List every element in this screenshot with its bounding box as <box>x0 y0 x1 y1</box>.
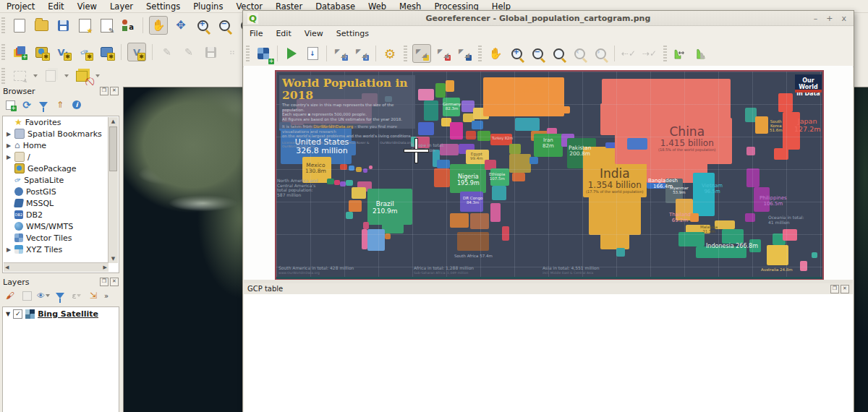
zoom-in-button[interactable]: + <box>194 17 211 34</box>
manage-themes-icon[interactable]: 👁 <box>38 290 49 301</box>
toolbar-handle[interactable] <box>1 44 5 60</box>
link-qgis-to-georef-button[interactable]: ⇢✓ <box>641 45 658 62</box>
move-point-button[interactable] <box>456 45 473 62</box>
data-source-manager-button[interactable]: + <box>11 43 28 61</box>
georef-menu-settings[interactable]: Settings <box>330 29 375 38</box>
georef-zoom-in-button[interactable]: + <box>508 45 525 62</box>
browser-item-geopackage[interactable]: GeoPackage <box>3 163 119 174</box>
browser-item-root[interactable]: ▶/ <box>3 151 119 163</box>
toggle-editing-button[interactable]: ✎ <box>180 43 197 61</box>
georef-menu-file[interactable]: File <box>243 29 269 38</box>
add-postgis-button[interactable]: ✱ <box>98 43 115 61</box>
minimize-button[interactable]: – <box>814 14 818 23</box>
add-favorite-icon[interactable]: + <box>4 99 16 111</box>
browser-item-spatialite[interactable]: ✑SpatiaLite <box>3 174 119 186</box>
menu-plugins[interactable]: Plugins <box>187 1 229 12</box>
browser-item-postgis[interactable]: PostGIS <box>3 186 119 197</box>
filter-expression-icon[interactable]: ε <box>71 290 82 301</box>
layer-expand-arrow[interactable]: ▼ <box>6 311 10 317</box>
add-group-icon[interactable] <box>21 290 33 301</box>
copy-dropdown-arrow[interactable] <box>64 74 69 77</box>
add-vector-layer-button[interactable]: V·✱ <box>54 43 72 61</box>
maximize-button[interactable]: + <box>826 14 833 23</box>
layer-visibility-checkbox[interactable]: ✓ <box>13 309 22 319</box>
paste-dropdown-arrow[interactable] <box>95 74 100 77</box>
browser-item-xyz-tiles[interactable]: ▶XYZ Tiles <box>3 244 119 255</box>
zoom-out-button[interactable]: − <box>216 17 233 34</box>
save-gcp-points-button[interactable]: ↓ <box>353 45 370 62</box>
collapse-all-icon[interactable]: ⇑ <box>54 99 66 111</box>
georef-zoom-out-button[interactable]: − <box>529 45 546 62</box>
new-project-button[interactable] <box>11 17 28 34</box>
layers-toolbar-overflow[interactable]: » <box>104 292 109 300</box>
add-point-button[interactable] <box>412 44 431 63</box>
toolbar-handle[interactable] <box>478 46 482 61</box>
browser-item-vector-tiles[interactable]: Vector Tiles <box>3 232 119 244</box>
zoom-last-button[interactable]: ‹ <box>571 45 588 62</box>
start-georeferencing-button[interactable] <box>283 45 300 62</box>
georef-pan-button[interactable]: ✋ <box>487 45 504 62</box>
layers-float-button[interactable]: ❐ <box>100 278 109 286</box>
gcp-close-button[interactable]: ✕ <box>841 285 849 293</box>
full-histogram-stretch-button[interactable] <box>672 45 689 62</box>
gdal-script-button[interactable]: ↓ <box>304 45 321 62</box>
expand-tree-icon[interactable]: ⇲ <box>88 290 99 301</box>
layer-row-bing-satellite[interactable]: ▼ ✓ Bing Satellite <box>3 307 119 320</box>
layer-label[interactable]: Bing Satellite <box>38 309 98 319</box>
toolbar-handle[interactable] <box>1 68 5 84</box>
zoom-to-layer-button[interactable] <box>550 45 567 62</box>
toolbar-handle[interactable] <box>1 17 5 33</box>
transformation-settings-button[interactable]: ⚙ <box>381 45 399 62</box>
menu-project[interactable]: Project <box>0 1 41 12</box>
open-raster-button[interactable]: + <box>255 45 272 62</box>
browser-float-button[interactable]: ❐ <box>100 87 109 95</box>
cartogram-image[interactable]: World Population in 2018 The country's s… <box>275 70 824 280</box>
menu-layer[interactable]: Layer <box>103 1 140 12</box>
open-project-button[interactable] <box>33 17 50 34</box>
browser-close-button[interactable]: ✕ <box>110 87 119 95</box>
gcp-table-body[interactable] <box>244 294 853 412</box>
close-button[interactable]: x <box>841 14 846 23</box>
browser-horizontal-scrollbar[interactable]: ◀▶ <box>4 262 109 272</box>
toolbar-handle[interactable] <box>246 46 250 61</box>
add-spatialite-button[interactable]: ✑✱ <box>76 43 93 61</box>
select-features-button[interactable] <box>11 67 28 85</box>
refresh-icon[interactable]: ⟳ <box>21 99 33 111</box>
add-geopackage-button[interactable]: ✱ <box>33 43 50 61</box>
filter-legend-icon[interactable] <box>54 290 66 301</box>
layer-styling-icon[interactable]: 🖌 <box>4 290 16 301</box>
paste-features-button[interactable] <box>73 67 90 85</box>
save-edits-button[interactable] <box>202 43 219 61</box>
menu-view[interactable]: View <box>71 1 103 12</box>
menu-edit[interactable]: Edit <box>41 1 70 12</box>
browser-vertical-scrollbar[interactable]: ▲▼ <box>108 117 118 263</box>
digitize-options-button[interactable]: ⠶ <box>224 43 241 61</box>
browser-item-favorites[interactable]: ★Favorites <box>3 116 119 128</box>
toolbar-handle[interactable] <box>404 46 407 61</box>
style-manager-button[interactable]: a <box>119 17 137 34</box>
delete-point-button[interactable]: ✕ <box>435 45 452 62</box>
georef-menu-view[interactable]: View <box>298 29 330 38</box>
filter-browser-icon[interactable] <box>38 99 49 111</box>
georef-menu-edit[interactable]: Edit <box>269 29 297 38</box>
new-layout-button[interactable]: ★ <box>76 17 93 34</box>
georeferencer-canvas[interactable]: World Population in 2018 The country's s… <box>244 66 853 280</box>
load-gcp-points-button[interactable]: ↑ <box>332 45 349 62</box>
link-georef-to-qgis-button[interactable]: ⇠✓ <box>620 45 637 62</box>
zoom-next-button[interactable]: › <box>592 45 609 62</box>
add-virtual-layer-button[interactable]: V✱ <box>127 43 146 61</box>
select-dropdown-arrow[interactable] <box>33 74 38 77</box>
toolbar-handle[interactable] <box>663 46 667 61</box>
georeferencer-titlebar[interactable]: Q Georeferencer - Global_population_cart… <box>243 11 854 26</box>
local-histogram-stretch-button[interactable] <box>693 45 710 62</box>
browser-item-home[interactable]: ▶⌂Home <box>3 140 119 151</box>
pan-to-selection-button[interactable]: ✥ <box>172 17 190 34</box>
browser-item-mssql[interactable]: MSSQL <box>3 197 119 209</box>
layers-close-button[interactable]: ✕ <box>110 278 119 286</box>
menu-settings[interactable]: Settings <box>140 1 187 12</box>
gcp-float-button[interactable]: ❐ <box>830 285 839 293</box>
layout-manager-button[interactable]: ✎ <box>98 17 115 34</box>
save-project-button[interactable] <box>54 17 72 34</box>
browser-item-db2[interactable]: DB2DB2 <box>3 209 119 220</box>
current-edits-button[interactable]: ✎ <box>158 43 176 61</box>
